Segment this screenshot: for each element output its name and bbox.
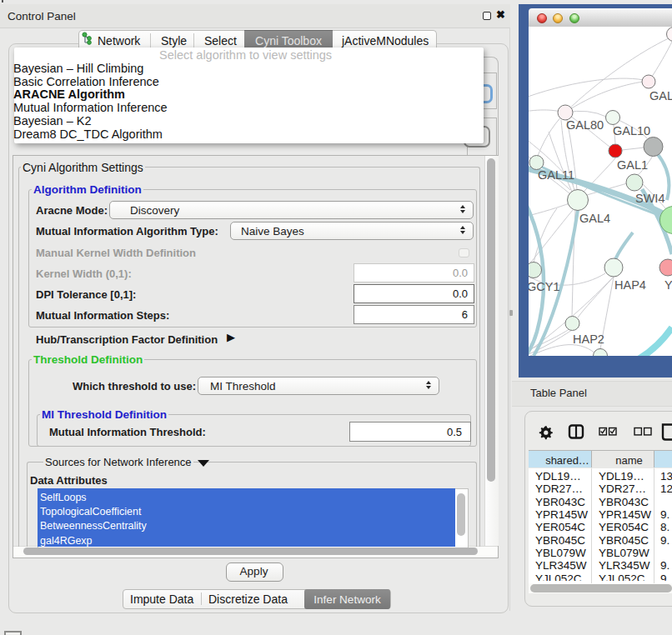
- svg-text:GAL4: GAL4: [579, 212, 610, 225]
- svg-text:SWI4: SWI4: [635, 192, 664, 205]
- svg-text:GAL1: GAL1: [617, 158, 648, 172]
- svg-text:GAL11: GAL11: [538, 168, 574, 182]
- svg-text:GAL10: GAL10: [613, 124, 650, 138]
- svg-text:GAL: GAL: [649, 89, 672, 102]
- svg-text:GAL80: GAL80: [566, 118, 604, 132]
- svg-text:HAP4: HAP4: [614, 278, 646, 292]
- svg-text:Y: Y: [664, 278, 672, 292]
- svg-text:GCY1: GCY1: [529, 280, 560, 293]
- svg-text:HAP2: HAP2: [573, 332, 604, 346]
